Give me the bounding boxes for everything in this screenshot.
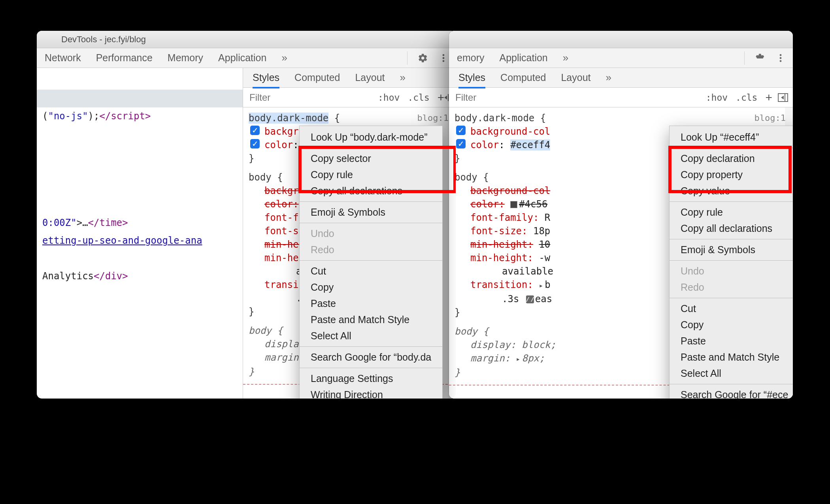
ctx-copy[interactable]: Copy [670, 317, 793, 333]
tab-layout[interactable]: Layout [561, 72, 590, 83]
tab-application[interactable]: Application [218, 52, 266, 64]
ctx-lang[interactable]: Language Settings [300, 370, 442, 387]
bezier-icon[interactable] [526, 295, 534, 303]
ctx-copy-all-decl[interactable]: Copy all declarations [300, 183, 442, 199]
new-rule-button[interactable]: + [761, 91, 776, 104]
ctx-cut[interactable]: Cut [300, 263, 442, 279]
ctx-redo: Redo [300, 242, 442, 258]
ctx-lookup[interactable]: Look Up “#eceff4” [670, 129, 793, 145]
window-title: DevTools - jec.fyi/blog [61, 34, 146, 45]
ctx-paste[interactable]: Paste [670, 333, 793, 349]
ctx-copy-all-decl[interactable]: Copy all declarations [670, 220, 793, 237]
hov-toggle[interactable]: :hov [374, 92, 404, 103]
svg-point-1 [443, 57, 445, 59]
devtools-window-left: DevTools - jec.fyi/blog Network Performa… [37, 31, 456, 399]
color-swatch-icon[interactable] [510, 201, 517, 208]
toolbar-separator [407, 51, 407, 65]
gear-icon[interactable] [755, 53, 765, 63]
window-titlebar [449, 31, 793, 48]
gear-icon[interactable] [418, 53, 428, 63]
overflow-icon[interactable]: » [281, 52, 285, 64]
svg-point-2 [443, 60, 445, 62]
ctx-copy-rule[interactable]: Copy rule [670, 204, 793, 220]
kebab-icon[interactable] [775, 53, 786, 63]
ctx-search-google[interactable]: Search Google for “body.da [300, 349, 442, 365]
ctx-copy-rule[interactable]: Copy rule [300, 167, 442, 183]
ctx-cut[interactable]: Cut [670, 301, 793, 317]
svg-point-4 [780, 57, 782, 59]
rule-origin[interactable]: blog:1 [755, 111, 786, 125]
tab-styles[interactable]: Styles [458, 72, 485, 83]
tab-performance[interactable]: Performance [96, 52, 153, 64]
tab-application[interactable]: Application [499, 52, 547, 64]
kebab-icon[interactable] [438, 53, 449, 63]
filter-row: :hov .cls + [243, 88, 456, 107]
tab-network[interactable]: Network [45, 52, 81, 64]
ctx-paste-match[interactable]: Paste and Match Style [300, 312, 442, 328]
link-text[interactable]: etting-up-seo-and-google-ana [42, 235, 202, 246]
tab-memory[interactable]: Memory [168, 52, 203, 64]
ctx-select-all[interactable]: Select All [300, 328, 442, 344]
ctx-copy-declaration[interactable]: Copy declaration [670, 150, 793, 167]
main-toolbar: Network Performance Memory Application » [37, 48, 456, 68]
ctx-lookup[interactable]: Look Up “body.dark-mode” [300, 129, 442, 145]
ctx-undo: Undo [670, 263, 793, 279]
elements-source[interactable]: ("no-js");</script​> 0:00Z">…</time> ett… [37, 68, 243, 399]
tab-layout[interactable]: Layout [355, 72, 385, 83]
ctx-redo: Redo [670, 279, 793, 295]
main-toolbar: emory Application » [449, 48, 793, 68]
ctx-search-google[interactable]: Search Google for “#ece [670, 387, 793, 399]
ctx-emoji[interactable]: Emoji & Symbols [300, 204, 442, 220]
ctx-copy-value[interactable]: Copy value [670, 183, 793, 199]
svg-point-0 [443, 54, 445, 56]
svg-point-5 [780, 60, 782, 62]
ctx-copy-selector[interactable]: Copy selector [300, 150, 442, 167]
ctx-paste-match[interactable]: Paste and Match Style [670, 349, 793, 365]
overflow-icon[interactable]: » [606, 71, 609, 84]
tab-memory-cut[interactable]: emory [457, 52, 484, 64]
selector-text[interactable]: body.dark-mode [249, 113, 328, 124]
tab-computed[interactable]: Computed [294, 72, 340, 83]
ctx-emoji[interactable]: Emoji & Symbols [670, 242, 793, 258]
overflow-icon[interactable]: » [563, 52, 566, 64]
context-menu-left[interactable]: Look Up “body.dark-mode” Copy selector C… [299, 126, 443, 399]
ctx-copy[interactable]: Copy [300, 279, 442, 295]
svg-point-3 [780, 54, 782, 56]
cls-toggle[interactable]: .cls [732, 92, 761, 103]
tab-computed[interactable]: Computed [500, 72, 546, 83]
panel-toggle-icon[interactable] [778, 93, 788, 102]
cls-toggle[interactable]: .cls [404, 92, 433, 103]
ctx-writing-dir[interactable]: Writing Direction [300, 387, 442, 399]
styles-filter-input[interactable] [243, 88, 374, 107]
rule-origin[interactable]: blog:1 [417, 111, 449, 125]
ctx-select-all[interactable]: Select All [670, 365, 793, 382]
styles-filter-input[interactable] [449, 88, 702, 107]
context-menu-right[interactable]: Look Up “#eceff4” Copy declaration Copy … [669, 126, 793, 399]
ctx-copy-property[interactable]: Copy property [670, 167, 793, 183]
tab-styles[interactable]: Styles [253, 72, 279, 83]
ctx-undo: Undo [300, 226, 442, 242]
code-text: ( [42, 111, 48, 122]
overflow-icon[interactable]: » [400, 71, 403, 84]
window-titlebar: DevTools - jec.fyi/blog [37, 31, 456, 48]
ctx-paste[interactable]: Paste [300, 295, 442, 312]
devtools-window-right: emory Application » Styles Computed Layo… [449, 31, 793, 399]
hov-toggle[interactable]: :hov [702, 92, 732, 103]
